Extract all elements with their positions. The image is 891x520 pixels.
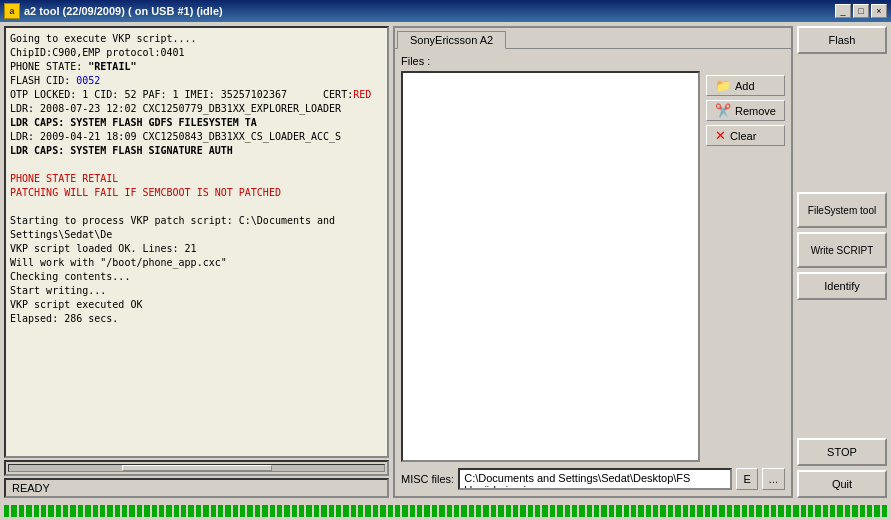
progress-segment [786, 505, 791, 517]
progress-segment [683, 505, 688, 517]
progress-segment [867, 505, 872, 517]
progress-segment [284, 505, 289, 517]
scrollbar-thumb[interactable] [122, 465, 272, 471]
progress-segment [742, 505, 747, 517]
progress-segment [78, 505, 83, 517]
horizontal-scrollbar[interactable] [4, 460, 389, 476]
progress-segment [321, 505, 326, 517]
progress-segment [417, 505, 422, 517]
progress-segment [410, 505, 415, 517]
progress-segment [402, 505, 407, 517]
clear-button[interactable]: ✕ Clear [706, 125, 785, 146]
files-row: 📁 Add ✂️ Remove ✕ Clear [401, 71, 785, 462]
tab-content: Files : 📁 Add ✂️ Remove ✕ [395, 48, 791, 496]
title-text: a2 tool (22/09/2009) ( on USB #1) (idle) [24, 5, 835, 17]
progress-segment [218, 505, 223, 517]
progress-segment [203, 505, 208, 517]
progress-segment [808, 505, 813, 517]
progress-segment [476, 505, 481, 517]
clear-icon: ✕ [715, 128, 726, 143]
progress-segment [705, 505, 710, 517]
progress-segment [778, 505, 783, 517]
progress-segment [506, 505, 511, 517]
progress-segment [314, 505, 319, 517]
progress-segment [395, 505, 400, 517]
progress-segment [860, 505, 865, 517]
progress-segment [542, 505, 547, 517]
progress-segment [11, 505, 16, 517]
progress-segment [801, 505, 806, 517]
progress-segment [668, 505, 673, 517]
window-controls: _ □ × [835, 4, 887, 18]
progress-segment [498, 505, 503, 517]
progress-segment [513, 505, 518, 517]
close-button[interactable]: × [871, 4, 887, 18]
progress-segment [764, 505, 769, 517]
progress-segment [815, 505, 820, 517]
quit-button[interactable]: Quit [797, 470, 887, 498]
minimize-button[interactable]: _ [835, 4, 851, 18]
flash-button[interactable]: Flash [797, 26, 887, 54]
progress-segment [646, 505, 651, 517]
progress-segment [159, 505, 164, 517]
progress-segment [34, 505, 39, 517]
progress-segment [56, 505, 61, 517]
progress-segment [225, 505, 230, 517]
progress-segment [690, 505, 695, 517]
progress-segment [358, 505, 363, 517]
progress-segment [535, 505, 540, 517]
status-text: READY [12, 482, 50, 494]
left-panel: Going to execute VKP script....ChipID:C9… [4, 26, 389, 498]
main-container: Going to execute VKP script....ChipID:C9… [0, 22, 891, 502]
progress-segment [550, 505, 555, 517]
files-label: Files : [401, 55, 785, 67]
progress-segment [882, 505, 887, 517]
progress-segment [461, 505, 466, 517]
progress-segment [749, 505, 754, 517]
progress-segment [697, 505, 702, 517]
progress-segment [631, 505, 636, 517]
progress-segment [262, 505, 267, 517]
misc-edit-button[interactable]: E [736, 468, 757, 490]
progress-segment [373, 505, 378, 517]
progress-segment [306, 505, 311, 517]
misc-label: MISC files: [401, 473, 454, 485]
add-icon: 📁 [715, 78, 731, 93]
files-list[interactable] [401, 71, 700, 462]
progress-segment [601, 505, 606, 517]
progress-segment [336, 505, 341, 517]
remove-button[interactable]: ✂️ Remove [706, 100, 785, 121]
progress-segment [565, 505, 570, 517]
progress-segment [587, 505, 592, 517]
add-button[interactable]: 📁 Add [706, 75, 785, 96]
progress-segment [107, 505, 112, 517]
identify-button[interactable]: Identify [797, 272, 887, 300]
progress-segment [70, 505, 75, 517]
progress-segment [624, 505, 629, 517]
spacer-1 [797, 58, 887, 188]
progress-segment [793, 505, 798, 517]
progress-segment [439, 505, 444, 517]
progress-segment [469, 505, 474, 517]
progress-segment [292, 505, 297, 517]
scrollbar-track [8, 464, 385, 472]
write-script-button[interactable]: Write SCRIPT [797, 232, 887, 268]
progress-segment [520, 505, 525, 517]
log-area[interactable]: Going to execute VKP script....ChipID:C9… [4, 26, 389, 458]
progress-segment [557, 505, 562, 517]
progress-segment [137, 505, 142, 517]
progress-segment [26, 505, 31, 517]
progress-segment [19, 505, 24, 517]
filesystem-tool-button[interactable]: FileSystem tool [797, 192, 887, 228]
stop-button[interactable]: STOP [797, 438, 887, 466]
progress-segment [329, 505, 334, 517]
progress-segment [837, 505, 842, 517]
misc-browse-button[interactable]: ... [762, 468, 785, 490]
progress-segment [653, 505, 658, 517]
progress-segment [432, 505, 437, 517]
tab-sonyericsson-a2[interactable]: SonyEricsson A2 [397, 31, 506, 49]
maximize-button[interactable]: □ [853, 4, 869, 18]
progress-segment [196, 505, 201, 517]
progress-segment [823, 505, 828, 517]
progress-segment [85, 505, 90, 517]
